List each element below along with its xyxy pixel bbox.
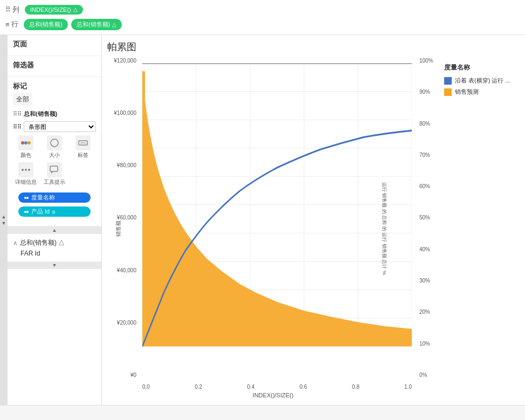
tag1-label: 度量名称 [31, 194, 55, 202]
y-axis-right: 100% 90% 80% 70% 60% 50% 40% 30% 20% 10%… [417, 58, 439, 378]
y-right-1: 90% [419, 89, 430, 95]
svg-point-2 [27, 141, 31, 144]
col-pill1[interactable]: INDEX()/SIZE() △ [25, 5, 83, 15]
svg-point-12 [26, 197, 29, 199]
svg-point-0 [21, 141, 24, 144]
sidebar: 页面 筛选器 标记 全部 ⠿⠿ 总和(销售额) ⠿⠿ 条形图 [8, 35, 102, 405]
mark-section: 标记 全部 ⠿⠿ 总和(销售额) ⠿⠿ 条形图 颜色 [8, 77, 101, 226]
legend-item-2: 销售预测 [444, 88, 514, 96]
color-icon [18, 135, 33, 150]
y-left-3: ¥60,000 [117, 215, 136, 221]
x-label-6: 0.6 [300, 384, 307, 390]
far-title: ∧ 总和(销售额) △ [13, 238, 96, 247]
y-right-4: 60% [419, 183, 430, 189]
col-row: ⠿ 列 INDEX()/SIZE() △ [5, 3, 520, 17]
row-pill2[interactable]: 总和(销售额) △ [71, 19, 122, 30]
chart-area: 帕累图 ¥120,000 ¥100,000 ¥80,000 ¥60,000 ¥4… [102, 35, 525, 405]
y-right-10: 0% [419, 372, 427, 378]
y-left-title: 销售额 [115, 221, 122, 237]
chart-type-select[interactable]: 条形图 [24, 121, 96, 132]
y-right-5: 50% [419, 215, 430, 221]
svg-point-14 [26, 211, 29, 213]
chart-wrapper: ¥120,000 ¥100,000 ¥80,000 ¥60,000 ¥40,00… [107, 58, 520, 400]
left-scroll[interactable]: ▲ ▼ [0, 35, 8, 405]
detail-label: 详细信息 [15, 178, 37, 186]
svg-point-7 [25, 169, 27, 171]
measure-row: ⠿⠿ 总和(销售额) [13, 110, 96, 118]
row-pill2-delta: △ [112, 22, 116, 27]
y-left-4: ¥40,000 [117, 267, 136, 273]
top-border-line [142, 63, 412, 64]
label-icon [75, 135, 91, 150]
far-section: ∧ 总和(销售额) △ FAR Id [8, 234, 101, 261]
label-icon-item[interactable]: 标签 [71, 135, 96, 159]
tooltip-icon-item[interactable]: 工具提示 [42, 162, 67, 186]
detail-icon-item[interactable]: 详细信息 [13, 162, 38, 186]
legend-item2-text: 销售预测 [455, 88, 479, 96]
sidebar-scroll-down[interactable]: ▼ [8, 261, 101, 269]
chart-container: ¥120,000 ¥100,000 ¥80,000 ¥60,000 ¥40,00… [107, 58, 439, 400]
svg-point-1 [24, 141, 27, 144]
y-right-8: 20% [419, 309, 430, 315]
size-icon-item[interactable]: 大小 [42, 135, 67, 159]
legend-item-1: 沿着 表(横穿) 运行 ... [444, 77, 514, 85]
y-right-0: 100% [419, 58, 433, 64]
top-bar: ⠿ 列 INDEX()/SIZE() △ ≡ 行 总和(销售额) 总和(销售额)… [0, 0, 525, 35]
x-label-4: 0.4 [247, 384, 254, 390]
y-left-6: ¥0 [130, 372, 136, 378]
x-axis-labels: 0.0 0.2 0.4 0.6 0.8 1.0 [142, 384, 412, 390]
legend-title: 度量名称 [444, 63, 514, 72]
y-right-3: 70% [419, 152, 430, 158]
svg-point-13 [24, 211, 26, 213]
svg-point-6 [22, 169, 24, 171]
y-axis-left: ¥120,000 ¥100,000 ¥80,000 ¥60,000 ¥40,00… [107, 58, 139, 378]
chart-type-row: ⠿⠿ 条形图 [13, 121, 96, 132]
y-right-6: 40% [419, 246, 430, 252]
bottom-bar [0, 405, 525, 420]
legend: 度量名称 沿着 表(横穿) 运行 ... 销售预测 [439, 58, 520, 400]
tooltip-label: 工具提示 [44, 178, 65, 186]
x-label-2: 0.2 [195, 384, 202, 390]
y-left-0: ¥120,000 [114, 58, 136, 64]
measure-label: 总和(销售额) [24, 110, 57, 118]
size-label: 大小 [49, 152, 60, 159]
far-collapse-arrow[interactable]: ∧ [13, 239, 18, 247]
label-label: 标签 [78, 152, 88, 159]
page-section: 页面 [8, 35, 101, 56]
sidebar-scroll-up[interactable]: ▲ [8, 226, 101, 234]
row-pill2-text: 总和(销售额) [77, 20, 110, 29]
col-pill1-delta: △ [73, 6, 78, 12]
tag2-icon: ≡ [52, 209, 55, 215]
y-right-7: 30% [419, 278, 430, 284]
filter-title: 筛选器 [13, 60, 96, 70]
orange-area [142, 71, 412, 347]
svg-rect-9 [50, 166, 58, 171]
y-right-9: 10% [419, 341, 430, 347]
main-chart-svg [142, 63, 412, 347]
far-label: 总和(销售额) △ [20, 238, 65, 247]
product-id-tag[interactable]: 产品 Id ≡ [18, 206, 91, 217]
color-icon-item[interactable]: 颜色 [13, 135, 38, 159]
size-icon [47, 135, 62, 150]
col-pill1-text: INDEX()/SIZE() [30, 6, 71, 13]
legend-color-blue [444, 77, 452, 85]
row-pill1[interactable]: 总和(销售额) [24, 19, 68, 30]
row-label: 行 [11, 19, 18, 29]
mark-title: 标记 [13, 81, 96, 91]
x-label-10: 1.0 [404, 384, 412, 390]
measure-name-tag[interactable]: 度量名称 [18, 192, 91, 203]
tag2-label: 产品 Id [31, 208, 50, 216]
y-right-2: 80% [419, 121, 430, 127]
y-right-title: 运行 销售额 的 总和 的 运行 销售额 总计 % [381, 175, 388, 283]
far-id-label: FAR Id [20, 250, 40, 257]
row-icon: ≡ 行 [5, 19, 18, 29]
col-label: 列 [12, 5, 19, 15]
x-label-8: 0.8 [352, 384, 360, 390]
legend-item1-text: 沿着 表(横穿) 运行 ... [455, 77, 510, 85]
col-icon: ⠿ 列 [5, 5, 19, 15]
filter-section: 筛选器 [8, 56, 101, 77]
row-pill1-text: 总和(销售额) [29, 20, 63, 29]
chart-title: 帕累图 [107, 40, 520, 53]
y-left-2: ¥80,000 [117, 162, 136, 168]
icon-grid: 颜色 大小 标签 详细 [13, 135, 96, 186]
